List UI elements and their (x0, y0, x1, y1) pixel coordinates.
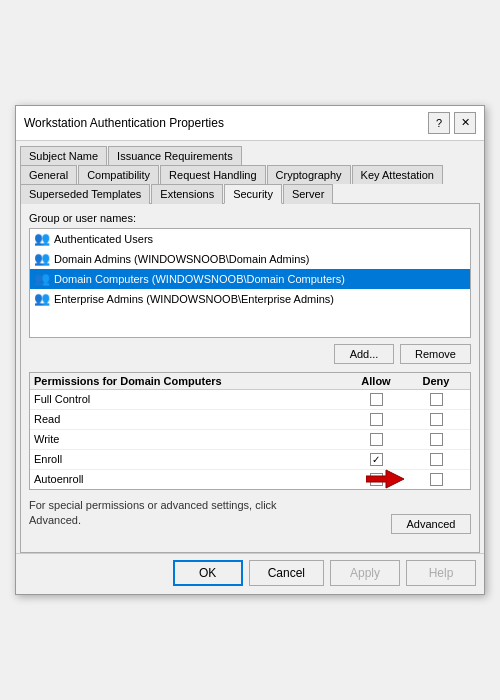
tab-issuance-requirements[interactable]: Issuance Requirements (108, 146, 242, 165)
user-name: Authenticated Users (54, 233, 153, 245)
deny-checkbox-enroll[interactable] (406, 453, 466, 466)
tab-subject-name[interactable]: Subject Name (20, 146, 107, 165)
tabs-row3-container: Superseded Templates Extensions Security… (16, 183, 484, 203)
allow-checkbox-autoenroll[interactable] (346, 473, 406, 486)
tabs-row3: Superseded Templates Extensions Security… (20, 183, 480, 203)
allow-checkbox-read[interactable] (346, 413, 406, 426)
permissions-header: Permissions for Domain Computers Allow D… (30, 373, 470, 390)
tab-superseded-templates[interactable]: Superseded Templates (20, 184, 150, 204)
user-action-buttons: Add... Remove (29, 344, 471, 364)
permission-row-write: Write (30, 430, 470, 450)
tab-request-handling[interactable]: Request Handling (160, 165, 265, 184)
list-item[interactable]: 👥 Enterprise Admins (WINDOWSNOOB\Enterpr… (30, 289, 470, 309)
allow-cb[interactable] (370, 393, 383, 406)
allow-checkbox-enroll[interactable] (346, 453, 406, 466)
tab-extensions[interactable]: Extensions (151, 184, 223, 204)
allow-checkbox-write[interactable] (346, 433, 406, 446)
tab-compatibility[interactable]: Compatibility (78, 165, 159, 184)
user-name: Enterprise Admins (WINDOWSNOOB\Enterpris… (54, 293, 334, 305)
tabs-row1: Subject Name Issuance Requirements (20, 145, 480, 164)
tab-general[interactable]: General (20, 165, 77, 184)
svg-marker-0 (366, 470, 404, 488)
tabs-row2-container: General Compatibility Request Handling C… (16, 164, 484, 183)
deny-cb[interactable] (430, 453, 443, 466)
advanced-row: For special permissions or advanced sett… (29, 498, 471, 535)
permission-row-enroll: Enroll (30, 450, 470, 470)
dialog-footer: OK Cancel Apply Help (16, 553, 484, 594)
group-label: Group or user names: (29, 212, 471, 224)
main-window: Workstation Authentication Properties ? … (15, 105, 485, 596)
perm-name: Full Control (34, 393, 346, 405)
list-item[interactable]: 👥 Domain Admins (WINDOWSNOOB\Domain Admi… (30, 249, 470, 269)
allow-cb[interactable] (370, 413, 383, 426)
help-button[interactable]: ? (428, 112, 450, 134)
user-name: Domain Admins (WINDOWSNOOB\Domain Admins… (54, 253, 310, 265)
tab-security[interactable]: Security (224, 184, 282, 204)
tab-key-attestation[interactable]: Key Attestation (352, 165, 443, 184)
deny-checkbox-full-control[interactable] (406, 393, 466, 406)
perm-name: Read (34, 413, 346, 425)
deny-cb[interactable] (430, 433, 443, 446)
list-item-selected[interactable]: 👥 Domain Computers (WINDOWSNOOB\Domain C… (30, 269, 470, 289)
allow-cb-checked[interactable] (370, 453, 383, 466)
permissions-label: Permissions for Domain Computers (34, 375, 346, 387)
ok-button[interactable]: OK (173, 560, 243, 586)
perm-name: Enroll (34, 453, 346, 465)
arrow-indicator-icon (366, 468, 406, 490)
add-button[interactable]: Add... (334, 344, 394, 364)
user-group-icon: 👥 (34, 231, 50, 247)
perm-name: Autoenroll (34, 473, 346, 485)
remove-button[interactable]: Remove (400, 344, 471, 364)
title-bar: Workstation Authentication Properties ? … (16, 106, 484, 141)
permission-row-full-control: Full Control (30, 390, 470, 410)
perm-name: Write (34, 433, 346, 445)
deny-checkbox-autoenroll[interactable] (406, 473, 466, 486)
tab-cryptography[interactable]: Cryptography (267, 165, 351, 184)
title-controls: ? ✕ (428, 112, 476, 134)
deny-cb[interactable] (430, 413, 443, 426)
deny-checkbox-write[interactable] (406, 433, 466, 446)
deny-checkbox-read[interactable] (406, 413, 466, 426)
tab-server[interactable]: Server (283, 184, 333, 204)
deny-cb[interactable] (430, 393, 443, 406)
deny-col-header: Deny (406, 375, 466, 387)
advanced-button[interactable]: Advanced (391, 514, 471, 534)
tabs-row1-container: Subject Name Issuance Requirements (16, 141, 484, 164)
window-title: Workstation Authentication Properties (24, 116, 224, 130)
user-group-icon: 👥 (34, 271, 50, 287)
allow-cb[interactable] (370, 433, 383, 446)
apply-button[interactable]: Apply (330, 560, 400, 586)
content-area: Group or user names: 👥 Authenticated Use… (20, 203, 480, 554)
permissions-section: Permissions for Domain Computers Allow D… (29, 372, 471, 490)
user-group-icon: 👥 (34, 291, 50, 307)
deny-cb[interactable] (430, 473, 443, 486)
special-perms-text: For special permissions or advanced sett… (29, 498, 309, 529)
user-group-icon: 👥 (34, 251, 50, 267)
list-item[interactable]: 👥 Authenticated Users (30, 229, 470, 249)
permission-row-read: Read (30, 410, 470, 430)
tabs-row2: General Compatibility Request Handling C… (20, 164, 480, 183)
allow-col-header: Allow (346, 375, 406, 387)
user-name: Domain Computers (WINDOWSNOOB\Domain Com… (54, 273, 345, 285)
allow-checkbox-full-control[interactable] (346, 393, 406, 406)
permission-row-autoenroll: Autoenroll (30, 470, 470, 489)
help-footer-button[interactable]: Help (406, 560, 476, 586)
user-list: 👥 Authenticated Users 👥 Domain Admins (W… (29, 228, 471, 338)
close-button[interactable]: ✕ (454, 112, 476, 134)
cancel-button[interactable]: Cancel (249, 560, 324, 586)
